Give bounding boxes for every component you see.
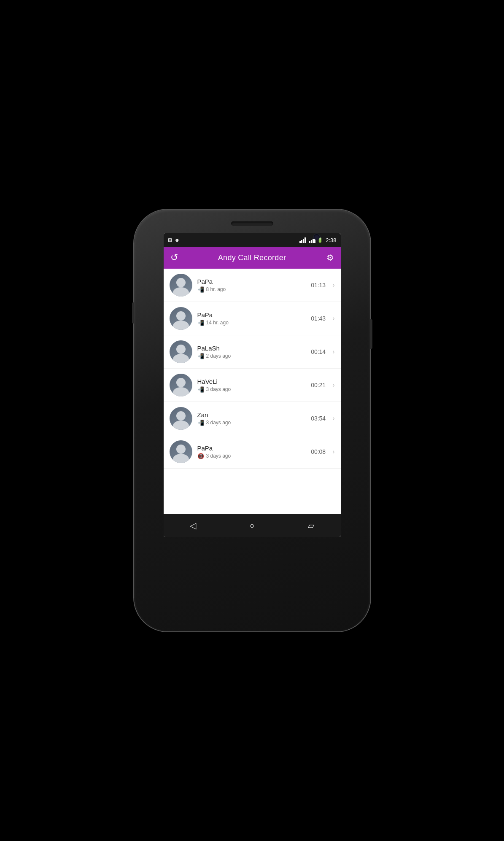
avatar <box>170 440 192 463</box>
call-meta: 📲 2 days ago <box>197 353 306 359</box>
call-name: PaPa <box>197 311 306 318</box>
android-icon: ☻ <box>175 237 180 243</box>
app-bar: ↺ Andy Call Recorder ⚙ <box>164 247 341 269</box>
avatar <box>170 374 192 396</box>
camera <box>314 234 320 240</box>
call-type-icon: 📲 <box>197 420 204 426</box>
call-info: PaPa 📲 14 hr. ago <box>197 311 306 326</box>
call-duration: 01:43 <box>311 315 326 322</box>
photo-icon: ⊞ <box>168 237 172 243</box>
avatar <box>170 307 192 330</box>
call-type-icon: 📲 <box>197 286 204 293</box>
bottom-nav: ◁ ○ ▱ <box>164 514 341 537</box>
call-meta: 📵 3 days ago <box>197 453 306 459</box>
call-name: HaVeLi <box>197 378 306 385</box>
refresh-button[interactable]: ↺ <box>170 252 178 263</box>
call-duration: 03:54 <box>311 415 326 422</box>
avatar <box>170 340 192 363</box>
avatar <box>170 274 192 297</box>
call-name: PaLaSh <box>197 345 306 352</box>
call-info: Zan 📲 3 days ago <box>197 411 306 426</box>
time-display: 2:38 <box>326 237 336 243</box>
status-left-icons: ⊞ ☻ <box>168 237 180 243</box>
volume-button[interactable] <box>132 302 134 323</box>
call-duration: 00:21 <box>311 382 326 388</box>
power-button[interactable] <box>370 319 372 349</box>
speaker <box>231 221 273 226</box>
call-type-icon: 📲 <box>197 386 204 393</box>
call-list-item[interactable]: Zan 📲 3 days ago 03:54 › <box>164 402 341 435</box>
call-list-item[interactable]: PaPa 📵 3 days ago 00:08 › <box>164 435 341 469</box>
call-list-item[interactable]: PaPa 📲 8 hr. ago 01:13 › <box>164 269 341 302</box>
avatar <box>170 407 192 430</box>
signal-bars <box>299 237 306 243</box>
call-duration: 01:13 <box>311 282 326 288</box>
call-list-item[interactable]: HaVeLi 📲 3 days ago 00:21 › <box>164 369 341 402</box>
call-time-ago: 8 hr. ago <box>206 286 226 292</box>
call-list: PaPa 📲 8 hr. ago 01:13 › PaPa 📲 14 hr. a… <box>164 269 341 514</box>
chevron-right-icon: › <box>332 415 334 422</box>
call-time-ago: 2 days ago <box>206 353 231 359</box>
call-name: PaPa <box>197 445 306 452</box>
recents-button[interactable]: ▱ <box>299 517 323 534</box>
screen: ⊞ ☻ 🔋 2:38 <box>164 233 341 537</box>
call-duration: 00:14 <box>311 348 326 355</box>
call-name: PaPa <box>197 278 306 285</box>
chevron-right-icon: › <box>332 348 334 356</box>
call-type-icon: 📵 <box>197 453 204 459</box>
call-meta: 📲 14 hr. ago <box>197 320 306 326</box>
call-time-ago: 3 days ago <box>206 420 231 426</box>
call-info: HaVeLi 📲 3 days ago <box>197 378 306 393</box>
call-time-ago: 3 days ago <box>206 386 231 392</box>
call-meta: 📲 3 days ago <box>197 420 306 426</box>
chevron-right-icon: › <box>332 315 334 322</box>
call-meta: 📲 8 hr. ago <box>197 286 306 293</box>
settings-button[interactable]: ⚙ <box>326 253 334 263</box>
home-button[interactable]: ○ <box>241 518 263 534</box>
call-info: PaPa 📵 3 days ago <box>197 445 306 459</box>
call-list-item[interactable]: PaPa 📲 14 hr. ago 01:43 › <box>164 302 341 335</box>
call-type-icon: 📲 <box>197 353 204 359</box>
call-meta: 📲 3 days ago <box>197 386 306 393</box>
chevron-right-icon: › <box>332 448 334 456</box>
call-name: Zan <box>197 411 306 418</box>
call-list-item[interactable]: PaLaSh 📲 2 days ago 00:14 › <box>164 335 341 369</box>
app-title: Andy Call Recorder <box>218 253 286 262</box>
chevron-right-icon: › <box>332 281 334 289</box>
call-time-ago: 3 days ago <box>206 453 231 459</box>
back-button[interactable]: ◁ <box>181 517 205 534</box>
call-time-ago: 14 hr. ago <box>206 320 229 326</box>
call-info: PaPa 📲 8 hr. ago <box>197 278 306 293</box>
chevron-right-icon: › <box>332 381 334 389</box>
call-duration: 00:08 <box>311 448 326 455</box>
call-type-icon: 📲 <box>197 320 204 326</box>
phone-device: ⊞ ☻ 🔋 2:38 <box>134 210 370 631</box>
call-info: PaLaSh 📲 2 days ago <box>197 345 306 359</box>
